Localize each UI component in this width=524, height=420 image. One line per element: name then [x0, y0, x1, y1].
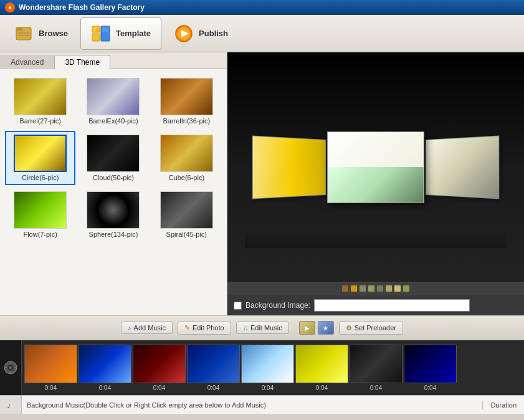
filmstrip: 0:04 0:04 0:04 0:04 0:04 0:04 0:04 0:04: [0, 340, 524, 395]
preview-dot-0[interactable]: [342, 285, 348, 292]
bg-image-checkbox[interactable]: [234, 302, 242, 310]
gallery-item-cube[interactable]: Cube(6-pic): [151, 131, 222, 185]
template-button[interactable]: Template: [80, 17, 161, 50]
gallery-item-circle[interactable]: Circle(6-pic): [5, 131, 75, 185]
preview-dot-7[interactable]: [403, 285, 409, 292]
publish-button[interactable]: Publish: [164, 17, 238, 50]
film-icon: [4, 361, 17, 375]
publish-icon: [174, 24, 194, 44]
tab-advanced[interactable]: Advanced: [0, 55, 54, 69]
gallery-item-barrelex[interactable]: BarrelEx(40-pic): [78, 74, 148, 128]
edit-music-label: Edit Music: [250, 324, 282, 332]
gallery-label-spiral: Spiral(45-pic): [166, 231, 207, 238]
film-item-8[interactable]: 0:04: [404, 345, 457, 391]
tab-3d-theme[interactable]: 3D Theme: [54, 55, 110, 69]
gallery-item-sphere[interactable]: Sphere(134-pic): [78, 188, 148, 242]
film-item-2[interactable]: 0:04: [79, 345, 131, 391]
gallery-label-cube: Cube(6-pic): [169, 174, 204, 181]
bg-image-input[interactable]: [314, 299, 470, 312]
gallery-label-barrelin: BarrelIn(36-pic): [163, 117, 210, 125]
film-time-2: 0:04: [99, 384, 111, 391]
gallery-thumb-circle: [14, 135, 67, 172]
gallery-label-cloud: Cloud(50-pic): [93, 174, 134, 181]
film-thumb-1: [24, 345, 77, 383]
gallery-label-sphere: Sphere(134-pic): [89, 231, 138, 238]
film-item-6[interactable]: 0:04: [295, 345, 348, 391]
film-item-1[interactable]: 0:04: [24, 345, 77, 391]
edit-photo-button[interactable]: ✎ Edit Photo: [178, 322, 231, 335]
gallery-label-flow: Flow(7-pic): [23, 231, 57, 238]
film-item-7[interactable]: 0:04: [350, 345, 403, 391]
left-panel: Advanced 3D Theme Barrel(27-pic) BarrelE…: [0, 52, 227, 315]
film-thumb-7: [350, 345, 403, 383]
gallery-item-barrel[interactable]: Barrel(27-pic): [5, 74, 75, 128]
edit-music-icon: ♫: [243, 324, 248, 332]
svg-rect-3: [17, 35, 30, 36]
gallery-thumb-cloud: [87, 135, 140, 172]
svg-point-15: [9, 366, 12, 369]
title-bar: ● Wondershare Flash Gallery Factory: [0, 0, 524, 15]
music-label[interactable]: Background Music(Double Click or Right C…: [22, 401, 483, 409]
main-toolbar: Browse Template Publish: [0, 15, 524, 52]
action-toolbar: ♪ Add Music ✎ Edit Photo ♫ Edit Music ▶ …: [0, 315, 524, 340]
template-icon: [91, 24, 111, 44]
preview-3d: [227, 52, 524, 282]
edit-photo-label: Edit Photo: [193, 324, 224, 332]
svg-point-9: [95, 28, 99, 32]
film-item-5[interactable]: 0:04: [241, 345, 294, 391]
browse-button[interactable]: Browse: [4, 17, 78, 50]
add-music-button[interactable]: ♪ Add Music: [121, 322, 173, 334]
publish-label: Publish: [199, 29, 228, 38]
film-item-4[interactable]: 0:04: [187, 345, 240, 391]
app-icon: ●: [5, 2, 15, 12]
music-left-icon: ♪: [0, 396, 22, 414]
film-thumb-4: [187, 345, 240, 383]
preview-dot-6[interactable]: [394, 285, 401, 292]
gallery-thumb-cube: [160, 135, 213, 172]
icon-extra-2[interactable]: ★: [318, 321, 334, 335]
edit-music-button[interactable]: ♫ Edit Music: [236, 322, 289, 334]
gallery-thumb-barrelex: [87, 78, 140, 115]
bg-image-label: Background Image:: [245, 301, 310, 310]
icon-extra-1[interactable]: ▶: [299, 321, 315, 335]
preview-dot-1[interactable]: [351, 285, 357, 292]
film-thumb-6: [295, 345, 348, 383]
gallery-thumb-spiral: [160, 191, 213, 229]
preview-dot-3[interactable]: [368, 285, 374, 292]
bg-image-control: Background Image:: [234, 299, 470, 312]
film-time-7: 0:04: [370, 384, 382, 391]
film-thumb-5: [241, 345, 294, 383]
set-preloader-button[interactable]: ⚙ Set Preloader: [339, 322, 403, 335]
gallery-label-circle: Circle(6-pic): [22, 174, 59, 181]
gallery-label-barrelex: BarrelEx(40-pic): [88, 117, 138, 125]
add-music-icon: ♪: [128, 324, 131, 332]
film-thumb-8: [404, 345, 457, 383]
add-music-label: Add Music: [134, 324, 166, 332]
film-thumb-3: [133, 345, 186, 383]
set-preloader-icon: ⚙: [346, 324, 352, 332]
film-item-3[interactable]: 0:04: [133, 345, 186, 391]
gallery-item-spiral[interactable]: Spiral(45-pic): [151, 188, 222, 242]
gallery-scroll[interactable]: Barrel(27-pic) BarrelEx(40-pic) BarrelIn…: [0, 69, 227, 315]
preview-dot-5[interactable]: [386, 285, 392, 292]
gallery-thumb-flow: [14, 191, 67, 229]
film-time-6: 0:04: [316, 384, 328, 391]
gallery-grid: Barrel(27-pic) BarrelEx(40-pic) BarrelIn…: [5, 74, 222, 242]
gallery-thumb-barrel: [14, 78, 67, 115]
svg-rect-1: [16, 27, 22, 31]
music-note-icon: ♪: [6, 400, 16, 410]
film-time-4: 0:04: [207, 384, 219, 391]
preview-dot-2[interactable]: [360, 285, 366, 292]
preview-dot-4[interactable]: [377, 285, 383, 292]
gallery-item-cloud[interactable]: Cloud(50-pic): [78, 131, 148, 185]
set-preloader-label: Set Preloader: [355, 324, 396, 332]
browse-icon: [14, 24, 34, 44]
template-label: Template: [116, 29, 151, 38]
film-time-8: 0:04: [424, 384, 436, 391]
main-content: Advanced 3D Theme Barrel(27-pic) BarrelE…: [0, 52, 524, 315]
preview-dots: [227, 282, 524, 295]
edit-photo-icon: ✎: [184, 324, 190, 332]
music-duration: Duration: [483, 401, 524, 409]
gallery-item-barrelin[interactable]: BarrelIn(36-pic): [151, 74, 222, 128]
gallery-item-flow[interactable]: Flow(7-pic): [5, 188, 75, 242]
